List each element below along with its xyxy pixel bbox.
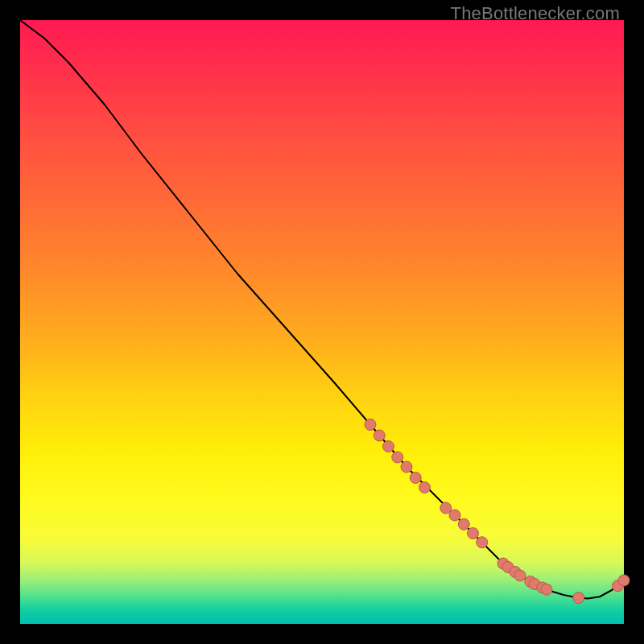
data-marker: [374, 430, 385, 441]
data-marker: [573, 592, 584, 604]
data-marker: [383, 441, 394, 452]
chart-stage: TheBottlenecker.com: [0, 0, 644, 644]
data-marker: [468, 528, 479, 539]
bottleneck-curve: [20, 20, 624, 599]
data-marker: [410, 473, 421, 484]
data-marker: [440, 502, 452, 514]
data-marker: [419, 482, 431, 493]
data-marker: [618, 575, 630, 586]
data-marker: [449, 510, 460, 521]
data-marker: [477, 537, 488, 548]
data-marker: [401, 461, 412, 473]
data-marker: [458, 518, 469, 530]
data-marker: [541, 584, 552, 595]
data-marker: [514, 570, 526, 581]
data-marker: [392, 452, 403, 463]
marker-layer: [365, 419, 630, 604]
chart-overlay: [20, 20, 624, 624]
data-marker: [365, 419, 376, 431]
